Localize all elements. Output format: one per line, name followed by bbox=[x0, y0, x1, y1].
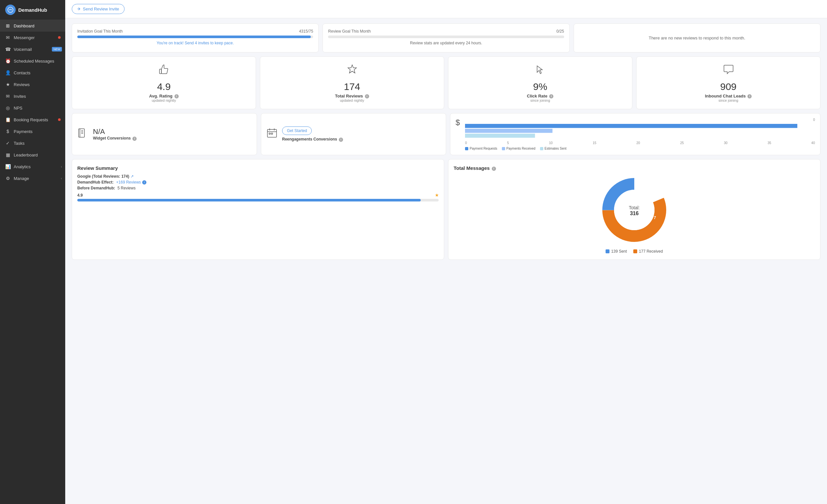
demandhub-effect-row: DemandHub Effect: +169 Reviews i bbox=[77, 180, 439, 185]
effect-label: DemandHub Effect: bbox=[77, 180, 113, 185]
sidebar-item-nps[interactable]: ◎ NPS bbox=[0, 102, 65, 114]
sidebar-label-leaderboard: Leaderboard bbox=[14, 153, 38, 157]
messenger-icon: ✉ bbox=[5, 35, 10, 40]
estimates-sent-label: Estimates Sent bbox=[545, 147, 567, 150]
sidebar-item-payments[interactable]: $ Payments bbox=[0, 125, 65, 137]
received-dot bbox=[633, 249, 637, 253]
analytics-icon: 📊 bbox=[5, 164, 10, 169]
click-rate-value: 9% bbox=[533, 81, 547, 92]
bar-axis: 0510152025303540 bbox=[465, 141, 815, 145]
voicemail-icon: ☎ bbox=[5, 47, 10, 52]
legend-payments-received: Payments Received bbox=[502, 147, 535, 150]
total-reviews-sub: updated nightly bbox=[340, 98, 364, 102]
dollar-icon: $ bbox=[455, 118, 460, 127]
sidebar-item-invites[interactable]: ✉ Invites bbox=[0, 90, 65, 102]
send-icon: ✈ bbox=[77, 6, 81, 11]
review-summary-card: Review Summary Google (Total Reviews: 17… bbox=[72, 159, 444, 260]
click-rate-sub: since joining bbox=[530, 98, 550, 102]
google-reviews-row: Google (Total Reviews: 174) ↗ bbox=[77, 174, 439, 179]
total-reviews-label: Total Reviews bbox=[335, 94, 363, 98]
sidebar-label-voicemail: Voicemail bbox=[14, 47, 32, 52]
sidebar-label-messenger: Messenger bbox=[14, 35, 35, 40]
svg-rect-10 bbox=[465, 134, 535, 138]
payments-chart-card: $ 0 0510152025303540 bbox=[450, 113, 821, 155]
inbound-chat-card: 909 Inbound Chat Leads i since joining bbox=[636, 56, 821, 109]
goal-cards-row: Invitation Goal This Month 4315/75 You'r… bbox=[72, 23, 821, 52]
sidebar-label-reviews: Reviews bbox=[14, 82, 30, 87]
dashboard-icon: ⊞ bbox=[5, 23, 10, 29]
sidebar-item-analytics[interactable]: 📊 Analytics ‹ bbox=[0, 161, 65, 172]
widget-conversions-card: N/A Widget Conversions i bbox=[72, 113, 257, 155]
external-link-icon[interactable]: ↗ bbox=[131, 174, 134, 179]
before-label: Before DemandHub: bbox=[77, 186, 115, 190]
sidebar-item-booking[interactable]: 📋 Booking Requests bbox=[0, 114, 65, 125]
payments-received-dot bbox=[502, 147, 505, 150]
app-name: DemandHub bbox=[18, 7, 47, 13]
get-started-button[interactable]: Get Started bbox=[282, 127, 312, 135]
rating-star-icon: ★ bbox=[435, 193, 439, 198]
svg-text:177: 177 bbox=[649, 215, 656, 220]
stats-row: 4.9 Avg. Rating i updated nightly 174 To… bbox=[72, 56, 821, 109]
sidebar-label-tasks: Tasks bbox=[14, 141, 25, 146]
invitation-progress-fill bbox=[77, 36, 311, 38]
sidebar-label-booking: Booking Requests bbox=[14, 117, 48, 122]
sidebar-item-dashboard[interactable]: ⊞ Dashboard bbox=[0, 20, 65, 32]
app-logo: DemandHub bbox=[0, 0, 65, 20]
sidebar-item-reviews[interactable]: ★ Reviews bbox=[0, 79, 65, 90]
sidebar-item-scheduled[interactable]: ⏰ Scheduled Messages bbox=[0, 55, 65, 67]
avg-rating-info-icon: i bbox=[175, 94, 179, 98]
invites-icon: ✉ bbox=[5, 94, 10, 99]
payments-icon: $ bbox=[5, 129, 10, 134]
booking-icon: 📋 bbox=[5, 117, 10, 122]
donut-chart: Total: 316 139 177 bbox=[598, 174, 670, 246]
payments-bar-chart bbox=[465, 122, 815, 139]
sidebar-label-dashboard: Dashboard bbox=[14, 23, 35, 29]
rating-progress-bar bbox=[77, 199, 439, 201]
tasks-icon: ✓ bbox=[5, 141, 10, 146]
estimates-sent-dot bbox=[540, 147, 543, 150]
payment-requests-dot bbox=[465, 147, 468, 150]
reengagements-label: Reengagements Conversions bbox=[282, 137, 337, 142]
chart-legend: Payment Requests Payments Received Estim… bbox=[465, 147, 815, 150]
before-demandhub-row: Before DemandHub: 5 Reviews bbox=[77, 186, 439, 190]
inbound-chat-sub: since joining bbox=[718, 98, 738, 102]
svg-point-1 bbox=[9, 9, 10, 10]
inbound-chat-value: 909 bbox=[720, 81, 736, 92]
svg-text:316: 316 bbox=[630, 211, 639, 216]
sidebar-item-leaderboard[interactable]: ▦ Leaderboard bbox=[0, 149, 65, 161]
logo-icon bbox=[5, 5, 16, 15]
invitation-goal-card: Invitation Goal This Month 4315/75 You'r… bbox=[72, 23, 319, 52]
sidebar-item-messenger[interactable]: ✉ Messenger bbox=[0, 32, 65, 43]
effect-info-icon: i bbox=[142, 180, 146, 185]
review-summary-title: Review Summary bbox=[77, 165, 439, 171]
avg-rating-label: Avg. Rating bbox=[149, 94, 173, 98]
svg-rect-5 bbox=[267, 130, 277, 137]
sidebar: DemandHub ⊞ Dashboard ✉ Messenger ☎ Voic… bbox=[0, 0, 65, 504]
payment-requests-label: Payment Requests bbox=[470, 147, 497, 150]
widget-conversions-label: Widget Conversions bbox=[93, 136, 131, 141]
sidebar-item-contacts[interactable]: 👤 Contacts bbox=[0, 67, 65, 79]
calendar-icon bbox=[266, 128, 278, 141]
sidebar-label-scheduled: Scheduled Messages bbox=[14, 59, 54, 63]
sidebar-item-tasks[interactable]: ✓ Tasks bbox=[0, 137, 65, 149]
review-goal-hint: Review stats are updated every 24 hours. bbox=[328, 41, 564, 45]
send-review-button[interactable]: ✈ Send Review Invite bbox=[72, 4, 125, 14]
total-reviews-value: 174 bbox=[344, 81, 360, 92]
click-rate-card: 9% Click Rate i since joining bbox=[448, 56, 632, 109]
inbound-chat-label: Inbound Chat Leads bbox=[705, 94, 746, 98]
no-reviews-card: There are no new reviews to respond to t… bbox=[574, 23, 821, 52]
reviews-icon: ★ bbox=[5, 82, 10, 87]
total-messages-title: Total Messages bbox=[454, 165, 490, 171]
review-goal-label: Review Goal This Month bbox=[328, 29, 371, 34]
svg-point-0 bbox=[8, 7, 13, 12]
leaderboard-icon: ▦ bbox=[5, 152, 10, 157]
svg-text:Total:: Total: bbox=[629, 205, 639, 210]
manage-chevron-icon: ‹ bbox=[61, 177, 62, 180]
inbound-chat-info-icon: i bbox=[747, 94, 752, 98]
sidebar-item-voicemail[interactable]: ☎ Voicemail NEW bbox=[0, 43, 65, 55]
avg-rating-value: 4.9 bbox=[157, 81, 171, 92]
analytics-chevron-icon: ‹ bbox=[61, 165, 62, 168]
sidebar-item-manage[interactable]: ⚙ Manage ‹ bbox=[0, 172, 65, 184]
chat-icon bbox=[722, 63, 735, 78]
review-goal-value: 0/25 bbox=[556, 29, 564, 34]
